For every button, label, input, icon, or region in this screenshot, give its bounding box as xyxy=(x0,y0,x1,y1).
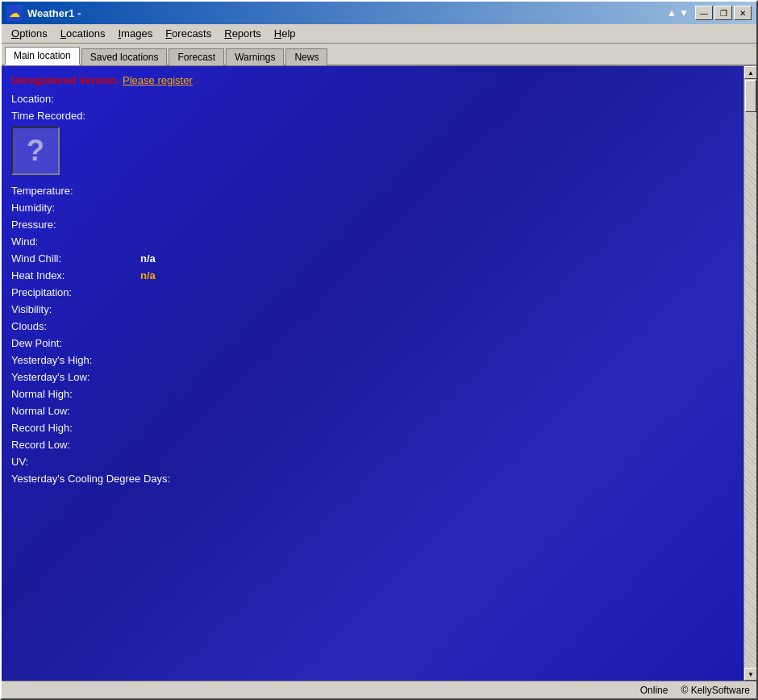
normal-high-label: Normal High: xyxy=(11,388,140,400)
menu-reports[interactable]: Reports xyxy=(218,26,268,41)
record-high-label: Record High: xyxy=(11,422,140,434)
scroll-up-button[interactable]: ▲ xyxy=(744,66,756,79)
weather-icon-box: ? xyxy=(11,127,60,175)
window-title: Weather1 - xyxy=(27,7,667,19)
menu-help[interactable]: Help xyxy=(268,26,302,41)
main-panel: Unregistered Version. Please register . … xyxy=(2,66,743,681)
scroll-down-button[interactable]: ▼ xyxy=(744,668,756,681)
heat-index-value: n/a xyxy=(140,269,156,281)
uv-field: UV: xyxy=(11,456,734,468)
uv-label: UV: xyxy=(11,456,140,468)
menu-images[interactable]: Images xyxy=(111,26,159,41)
yesterdays-high-label: Yesterday's High: xyxy=(11,354,140,366)
main-window: ☁ Weather1 - ▲ ▼ — ❐ ✕ Options Locations… xyxy=(0,0,758,700)
menu-bar: Options Locations Images Forecasts Repor… xyxy=(2,24,756,44)
unregistered-label: Unregistered Version. xyxy=(11,74,119,86)
record-high-field: Record High: xyxy=(11,422,734,434)
cooling-degree-days-label: Yesterday's Cooling Degree Days: xyxy=(11,473,253,485)
register-period: . xyxy=(195,74,198,86)
menu-forecasts[interactable]: Forecasts xyxy=(159,26,218,41)
dew-point-label: Dew Point: xyxy=(11,337,140,349)
wind-chill-label: Wind Chill: xyxy=(11,252,140,265)
minimize-button[interactable]: — xyxy=(695,6,713,20)
scroll-thumb[interactable] xyxy=(745,80,756,112)
title-bar: ☁ Weather1 - ▲ ▼ — ❐ ✕ xyxy=(2,2,756,24)
restore-button[interactable]: ❐ xyxy=(714,6,732,20)
normal-high-field: Normal High: xyxy=(11,388,734,400)
time-recorded-label: Time Recorded: xyxy=(11,110,140,122)
close-button[interactable]: ✕ xyxy=(734,6,752,20)
tab-saved-locations[interactable]: Saved locations xyxy=(81,48,168,65)
unregistered-message: Unregistered Version. Please register . xyxy=(11,74,734,86)
system-tray: ▲ ▼ xyxy=(667,7,689,19)
svg-text:☁: ☁ xyxy=(9,6,20,19)
location-field: Location: xyxy=(11,93,734,105)
app-icon: ☁ xyxy=(6,5,23,21)
copyright-text: © KellySoftware xyxy=(681,685,750,696)
pressure-field: Pressure: xyxy=(11,219,734,231)
menu-locations[interactable]: Locations xyxy=(54,26,112,41)
visibility-field: Visibility: xyxy=(11,303,734,315)
normal-low-field: Normal Low: xyxy=(11,405,734,417)
wind-chill-value: n/a xyxy=(140,252,156,265)
record-low-label: Record Low: xyxy=(11,439,140,451)
yesterdays-low-label: Yesterday's Low: xyxy=(11,371,140,383)
location-label: Location: xyxy=(11,93,140,105)
online-status: Online xyxy=(640,685,668,696)
normal-low-label: Normal Low: xyxy=(11,405,140,417)
dew-point-field: Dew Point: xyxy=(11,337,734,349)
visibility-label: Visibility: xyxy=(11,303,140,315)
clouds-label: Clouds: xyxy=(11,320,140,332)
precipitation-label: Precipitation: xyxy=(11,286,140,298)
humidity-label: Humidity: xyxy=(11,202,140,214)
cooling-degree-days-field: Yesterday's Cooling Degree Days: xyxy=(11,473,734,485)
weather-icon-question: ? xyxy=(27,134,44,168)
content-area: Unregistered Version. Please register . … xyxy=(2,66,756,681)
scrollbar[interactable]: ▲ ▼ xyxy=(743,66,756,681)
scroll-track[interactable] xyxy=(744,79,756,668)
heat-index-field: Heat Index: n/a xyxy=(11,269,734,281)
time-recorded-field: Time Recorded: xyxy=(11,110,734,122)
wind-label: Wind: xyxy=(11,235,140,248)
tab-forecast[interactable]: Forecast xyxy=(169,48,224,65)
temperature-label: Temperature: xyxy=(11,185,140,197)
status-bar: Online © KellySoftware xyxy=(2,681,756,698)
record-low-field: Record Low: xyxy=(11,439,734,451)
yesterdays-low-field: Yesterday's Low: xyxy=(11,371,734,383)
register-link[interactable]: Please register xyxy=(123,74,193,86)
humidity-field: Humidity: xyxy=(11,202,734,214)
menu-options[interactable]: Options xyxy=(5,26,54,41)
temperature-field: Temperature: xyxy=(11,185,734,197)
tab-warnings[interactable]: Warnings xyxy=(226,48,284,65)
wind-chill-field: Wind Chill: n/a xyxy=(11,252,734,265)
tab-bar: Main location Saved locations Forecast W… xyxy=(2,44,756,66)
yesterdays-high-field: Yesterday's High: xyxy=(11,354,734,366)
clouds-field: Clouds: xyxy=(11,320,734,332)
pressure-label: Pressure: xyxy=(11,219,140,231)
precipitation-field: Precipitation: xyxy=(11,286,734,298)
tab-news[interactable]: News xyxy=(285,48,327,65)
window-controls: — ❐ ✕ xyxy=(695,6,752,20)
wind-field: Wind: xyxy=(11,235,734,248)
heat-index-label: Heat Index: xyxy=(11,269,140,281)
tab-main-location[interactable]: Main location xyxy=(5,47,80,65)
